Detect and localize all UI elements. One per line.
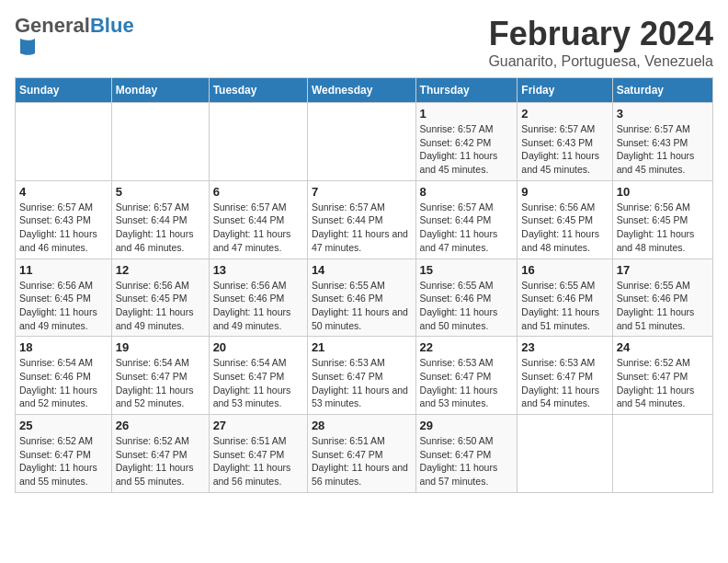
calendar-header-row: SundayMondayTuesdayWednesdayThursdayFrid… [16,78,713,103]
header-cell-friday: Friday [518,78,612,103]
day-info: Sunrise: 6:55 AM Sunset: 6:46 PM Dayligh… [312,279,412,333]
calendar-cell: 27Sunrise: 6:51 AM Sunset: 6:47 PM Dayli… [209,415,307,493]
calendar-cell: 23Sunrise: 6:53 AM Sunset: 6:47 PM Dayli… [518,337,612,415]
calendar-cell: 11Sunrise: 6:56 AM Sunset: 6:45 PM Dayli… [16,259,112,337]
calendar-table: SundayMondayTuesdayWednesdayThursdayFrid… [15,77,713,493]
subtitle: Guanarito, Portuguesa, Venezuela [488,53,713,70]
day-info: Sunrise: 6:52 AM Sunset: 6:47 PM Dayligh… [617,356,709,410]
calendar-cell: 20Sunrise: 6:54 AM Sunset: 6:47 PM Dayli… [209,337,307,415]
calendar-cell: 17Sunrise: 6:55 AM Sunset: 6:46 PM Dayli… [612,259,712,337]
day-info: Sunrise: 6:53 AM Sunset: 6:47 PM Dayligh… [312,356,412,410]
header-cell-sunday: Sunday [16,78,112,103]
day-info: Sunrise: 6:56 AM Sunset: 6:45 PM Dayligh… [617,201,709,255]
day-info: Sunrise: 6:55 AM Sunset: 6:46 PM Dayligh… [420,279,514,333]
day-number: 6 [213,185,303,199]
day-info: Sunrise: 6:57 AM Sunset: 6:43 PM Dayligh… [521,122,608,177]
day-number: 18 [19,340,108,354]
day-info: Sunrise: 6:55 AM Sunset: 6:46 PM Dayligh… [521,279,608,333]
day-info: Sunrise: 6:52 AM Sunset: 6:47 PM Dayligh… [116,434,205,488]
day-number: 24 [617,340,709,354]
calendar-cell: 1Sunrise: 6:57 AM Sunset: 6:42 PM Daylig… [415,103,518,181]
calendar-cell: 6Sunrise: 6:57 AM Sunset: 6:44 PM Daylig… [209,180,307,259]
header-cell-thursday: Thursday [415,78,518,103]
day-number: 1 [420,107,514,121]
calendar-cell: 8Sunrise: 6:57 AM Sunset: 6:44 PM Daylig… [415,180,518,259]
calendar-cell [307,103,415,181]
calendar-cell: 18Sunrise: 6:54 AM Sunset: 6:46 PM Dayli… [16,337,112,415]
logo-icon [17,37,39,63]
day-info: Sunrise: 6:53 AM Sunset: 6:47 PM Dayligh… [521,356,608,410]
day-number: 16 [521,263,608,277]
calendar-cell: 19Sunrise: 6:54 AM Sunset: 6:47 PM Dayli… [111,337,209,415]
day-number: 14 [312,263,412,277]
day-info: Sunrise: 6:56 AM Sunset: 6:45 PM Dayligh… [19,279,108,333]
day-info: Sunrise: 6:57 AM Sunset: 6:44 PM Dayligh… [312,201,412,255]
calendar-cell [612,415,712,493]
header-cell-wednesday: Wednesday [307,78,415,103]
calendar-cell [209,103,307,181]
day-number: 29 [420,419,514,432]
day-number: 23 [521,340,608,354]
calendar-cell: 14Sunrise: 6:55 AM Sunset: 6:46 PM Dayli… [307,259,415,337]
main-title: February 2024 [488,15,713,53]
header-cell-saturday: Saturday [612,78,712,103]
day-number: 7 [312,185,412,199]
calendar-cell: 4Sunrise: 6:57 AM Sunset: 6:43 PM Daylig… [16,180,112,259]
day-info: Sunrise: 6:55 AM Sunset: 6:46 PM Dayligh… [617,279,709,333]
day-number: 2 [521,107,608,121]
calendar-cell: 22Sunrise: 6:53 AM Sunset: 6:47 PM Dayli… [415,337,518,415]
calendar-cell: 12Sunrise: 6:56 AM Sunset: 6:45 PM Dayli… [111,259,209,337]
calendar-cell: 24Sunrise: 6:52 AM Sunset: 6:47 PM Dayli… [612,337,712,415]
calendar-cell: 28Sunrise: 6:51 AM Sunset: 6:47 PM Dayli… [307,415,415,493]
day-number: 26 [116,419,205,432]
calendar-cell: 21Sunrise: 6:53 AM Sunset: 6:47 PM Dayli… [307,337,415,415]
calendar-cell: 9Sunrise: 6:56 AM Sunset: 6:45 PM Daylig… [518,180,612,259]
day-info: Sunrise: 6:57 AM Sunset: 6:43 PM Dayligh… [19,201,108,255]
day-info: Sunrise: 6:56 AM Sunset: 6:45 PM Dayligh… [521,201,608,255]
day-info: Sunrise: 6:54 AM Sunset: 6:47 PM Dayligh… [213,356,303,410]
day-number: 13 [213,263,303,277]
day-number: 15 [420,263,514,277]
week-row-0: 1Sunrise: 6:57 AM Sunset: 6:42 PM Daylig… [16,103,713,181]
logo-text: GeneralBlue [15,15,134,37]
day-number: 12 [116,263,205,277]
calendar-body: 1Sunrise: 6:57 AM Sunset: 6:42 PM Daylig… [16,103,713,493]
day-info: Sunrise: 6:57 AM Sunset: 6:44 PM Dayligh… [213,201,303,255]
day-info: Sunrise: 6:51 AM Sunset: 6:47 PM Dayligh… [312,434,412,488]
day-number: 4 [19,185,108,199]
title-section: February 2024 Guanarito, Portuguesa, Ven… [488,15,713,70]
day-info: Sunrise: 6:56 AM Sunset: 6:45 PM Dayligh… [116,279,205,333]
day-number: 28 [312,419,412,432]
day-info: Sunrise: 6:56 AM Sunset: 6:46 PM Dayligh… [213,279,303,333]
calendar-cell: 16Sunrise: 6:55 AM Sunset: 6:46 PM Dayli… [518,259,612,337]
page-header: GeneralBlue February 2024 Guanarito, Por… [15,15,713,70]
day-info: Sunrise: 6:54 AM Sunset: 6:47 PM Dayligh… [116,356,205,410]
logo: GeneralBlue [15,15,134,66]
day-info: Sunrise: 6:53 AM Sunset: 6:47 PM Dayligh… [420,356,514,410]
week-row-1: 4Sunrise: 6:57 AM Sunset: 6:43 PM Daylig… [16,180,713,259]
week-row-2: 11Sunrise: 6:56 AM Sunset: 6:45 PM Dayli… [16,259,713,337]
header-cell-tuesday: Tuesday [209,78,307,103]
day-number: 3 [617,107,709,121]
day-number: 10 [617,185,709,199]
day-number: 25 [19,419,108,432]
calendar-cell: 5Sunrise: 6:57 AM Sunset: 6:44 PM Daylig… [111,180,209,259]
calendar-cell [111,103,209,181]
header-cell-monday: Monday [111,78,209,103]
day-info: Sunrise: 6:57 AM Sunset: 6:44 PM Dayligh… [420,201,514,255]
day-info: Sunrise: 6:52 AM Sunset: 6:47 PM Dayligh… [19,434,108,488]
calendar-cell: 13Sunrise: 6:56 AM Sunset: 6:46 PM Dayli… [209,259,307,337]
week-row-3: 18Sunrise: 6:54 AM Sunset: 6:46 PM Dayli… [16,337,713,415]
calendar-cell: 26Sunrise: 6:52 AM Sunset: 6:47 PM Dayli… [111,415,209,493]
day-info: Sunrise: 6:54 AM Sunset: 6:46 PM Dayligh… [19,356,108,410]
day-number: 11 [19,263,108,277]
day-info: Sunrise: 6:50 AM Sunset: 6:47 PM Dayligh… [420,434,514,488]
calendar-cell: 3Sunrise: 6:57 AM Sunset: 6:43 PM Daylig… [612,103,712,181]
calendar-cell: 25Sunrise: 6:52 AM Sunset: 6:47 PM Dayli… [16,415,112,493]
day-number: 5 [116,185,205,199]
calendar-cell [16,103,112,181]
day-number: 17 [617,263,709,277]
calendar-cell: 10Sunrise: 6:56 AM Sunset: 6:45 PM Dayli… [612,180,712,259]
day-number: 22 [420,340,514,354]
calendar-cell: 7Sunrise: 6:57 AM Sunset: 6:44 PM Daylig… [307,180,415,259]
